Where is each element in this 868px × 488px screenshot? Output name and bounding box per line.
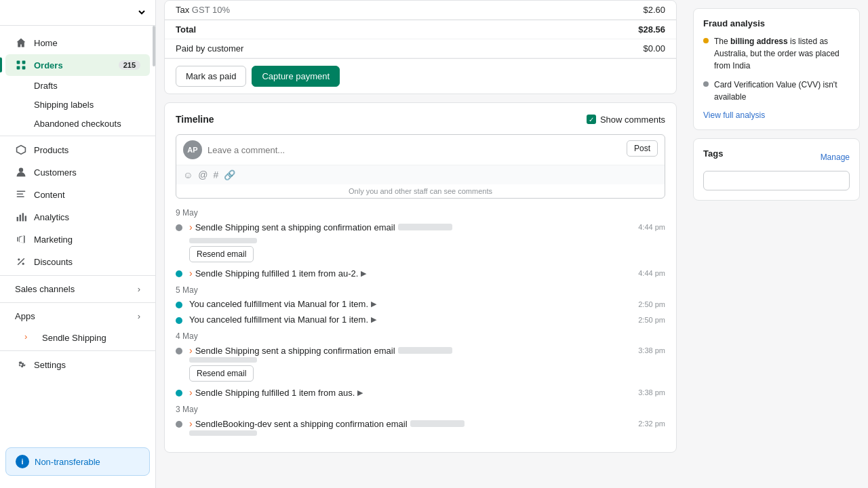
fraud-item-1-text: The billing address is listed as Austral…	[714, 35, 850, 72]
event-text: You canceled fulfillment via Manual for …	[189, 299, 665, 309]
sidebar-item-content[interactable]: Content	[5, 184, 150, 205]
timeline-content: › Sendle Shipping sent a shipping confir…	[189, 345, 665, 382]
resend-email-button[interactable]: Resend email	[189, 246, 254, 262]
sidebar-item-discounts[interactable]: Discounts	[5, 251, 150, 272]
main-content: Tax GST 10% $2.60 Total $28.56 Paid by c…	[156, 0, 685, 488]
expand-icon[interactable]: ▶	[371, 315, 376, 324]
sales-channels-section[interactable]: Sales channels ›	[5, 279, 150, 300]
sidebar-item-shipping-labels[interactable]: Shipping labels	[5, 96, 150, 114]
non-transferable-label: Non-transferable	[35, 457, 100, 467]
sidebar-item-sendle-shipping[interactable]: › Sendle Shipping	[5, 327, 150, 348]
tags-header: Tags Manage	[703, 148, 850, 165]
sales-channels-chevron: ›	[138, 284, 140, 294]
tax-row: Tax GST 10% $2.60	[165, 1, 676, 20]
sidebar-item-abandoned-checkouts[interactable]: Abandoned checkouts	[5, 115, 150, 133]
tags-title: Tags	[703, 148, 723, 159]
timeline-event: › Sendle Shipping fulfilled 1 item from …	[176, 387, 665, 398]
sidebar-item-analytics[interactable]: Analytics	[5, 206, 150, 228]
sendle-event-icon: ›	[189, 345, 193, 356]
svg-rect-3	[22, 66, 26, 70]
emoji-icon[interactable]: ☺	[183, 169, 193, 180]
sidebar-item-marketing[interactable]: Marketing	[5, 228, 150, 250]
marketing-icon	[15, 233, 27, 245]
tags-input[interactable]	[703, 171, 850, 190]
svg-point-13	[22, 263, 24, 265]
timeline-content: › SendleBooking-dev sent a shipping conf…	[189, 418, 665, 436]
non-transferable-banner: i Non-transferable	[5, 447, 150, 476]
tax-amount: $2.60	[643, 5, 665, 15]
home-label: Home	[34, 38, 58, 48]
fraud-list: The billing address is listed as Austral…	[703, 35, 850, 103]
resend-email-button-2[interactable]: Resend email	[189, 365, 254, 382]
total-row: Total $28.56	[165, 20, 676, 39]
comment-input[interactable]	[208, 140, 621, 159]
svg-rect-8	[17, 217, 18, 221]
timeline-event: You canceled fulfillment via Manual for …	[176, 299, 665, 309]
hashtag-icon[interactable]: #	[214, 169, 219, 180]
email-blur-sm	[189, 430, 257, 436]
orders-badge: 215	[119, 60, 140, 70]
capture-payment-button[interactable]: Capture payment	[252, 66, 340, 87]
sidebar-item-drafts[interactable]: Drafts	[5, 77, 150, 95]
timeline-dot	[176, 390, 182, 396]
svg-rect-9	[20, 215, 21, 222]
content-icon	[15, 188, 27, 201]
abandoned-checkouts-label: Abandoned checkouts	[34, 119, 121, 129]
mention-icon[interactable]: @	[198, 169, 208, 180]
event-text: You canceled fulfillment via Manual for …	[189, 314, 665, 325]
show-comments-toggle[interactable]: Show comments	[587, 115, 665, 125]
timeline-dot	[176, 317, 182, 324]
tags-manage-link[interactable]: Manage	[821, 152, 850, 162]
total-label: Total	[176, 24, 196, 35]
shipping-labels-label: Shipping labels	[34, 100, 94, 110]
expand-icon[interactable]: ▶	[357, 388, 363, 397]
orders-label: Orders	[34, 60, 63, 70]
settings-icon	[15, 359, 27, 371]
fraud-item-2: Card Verification Value (CVV) isn't avai…	[703, 79, 850, 103]
store-dropdown[interactable]	[8, 7, 147, 18]
settings-label: Settings	[34, 360, 66, 370]
svg-rect-1	[22, 61, 26, 64]
svg-point-12	[18, 258, 20, 260]
timeline-dot	[176, 302, 182, 308]
timeline-section: Timeline Show comments AP Post ☺ @ # 🔗	[164, 102, 677, 453]
payment-actions: Mark as paid Capture payment	[165, 58, 676, 94]
discounts-icon	[15, 256, 27, 268]
show-comments-checkbox[interactable]	[587, 115, 596, 124]
view-full-analysis-link[interactable]: View full analysis	[703, 110, 765, 120]
link-icon[interactable]: 🔗	[224, 169, 235, 180]
apps-section[interactable]: Apps ›	[5, 306, 150, 327]
expand-icon[interactable]: ▶	[371, 300, 376, 308]
tags-card: Tags Manage	[693, 138, 860, 201]
email-blur-sm	[189, 357, 257, 363]
store-selector[interactable]	[0, 0, 155, 26]
email-blur-sm	[189, 238, 257, 243]
sidebar-item-products[interactable]: Products	[5, 139, 150, 161]
products-label: Products	[34, 145, 68, 155]
event-text: › SendleBooking-dev sent a shipping conf…	[189, 418, 665, 429]
info-icon: i	[16, 455, 29, 468]
marketing-label: Marketing	[34, 235, 73, 245]
post-button[interactable]: Post	[627, 140, 658, 157]
analytics-icon	[15, 211, 27, 223]
date-5may: 5 May	[176, 285, 665, 295]
timeline-event: › SendleBooking-dev sent a shipping conf…	[176, 418, 665, 436]
show-comments-label: Show comments	[600, 115, 665, 125]
timeline-content: › Sendle Shipping sent a shipping confir…	[189, 222, 665, 262]
sidebar-item-customers[interactable]: Customers	[5, 161, 150, 183]
right-panel: Fraud analysis The billing address is li…	[685, 0, 868, 488]
customers-icon	[15, 166, 27, 178]
mark-as-paid-button[interactable]: Mark as paid	[176, 66, 246, 87]
event-text: › Sendle Shipping sent a shipping confir…	[189, 345, 665, 356]
expand-icon[interactable]: ▶	[361, 269, 366, 278]
timeline-dot	[176, 348, 182, 354]
sidebar-item-settings[interactable]: Settings	[5, 354, 150, 375]
fraud-info-dot	[703, 81, 709, 87]
email-blur	[410, 420, 465, 427]
sidebar-item-home[interactable]: Home	[5, 32, 150, 54]
sidebar-item-orders[interactable]: Orders 215	[5, 54, 150, 76]
apps-chevron: ›	[138, 311, 140, 321]
date-3may: 3 May	[176, 405, 665, 414]
orders-icon	[15, 59, 27, 71]
svg-rect-7	[17, 196, 24, 197]
